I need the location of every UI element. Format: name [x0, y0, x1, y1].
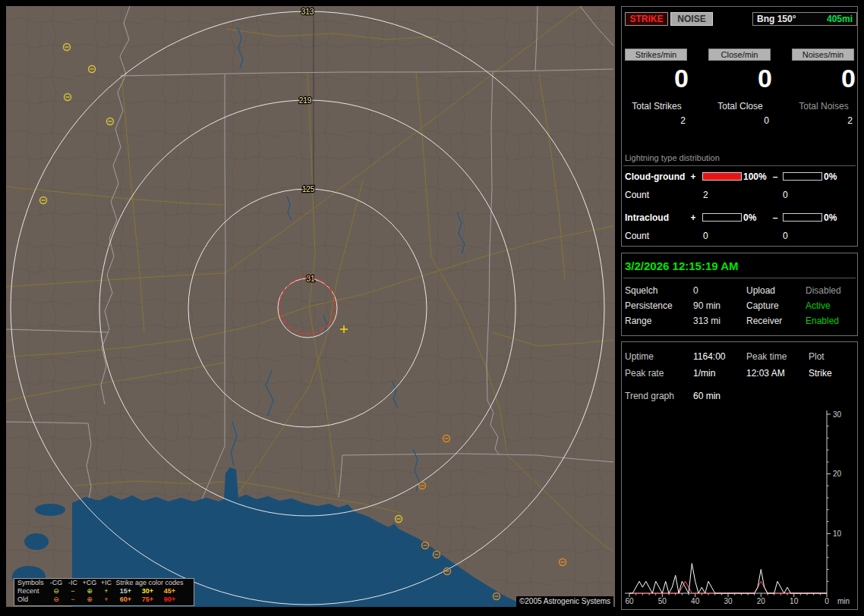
strikes-per-min-value: 0	[625, 63, 689, 93]
settings-row: Range 313 mi Receiver Enabled	[622, 316, 857, 326]
intracloud-count-row: Count 0 0	[622, 231, 857, 241]
bearing-range-value: 405mi	[827, 14, 853, 24]
svg-text:10: 10	[790, 597, 799, 605]
pos-ic-old-icon: +	[98, 596, 115, 604]
noises-per-min-button[interactable]: Noises/min	[792, 49, 854, 61]
intracloud-row: Intracloud + 0% – 0%	[622, 212, 857, 223]
cg-positive-pct: 100%	[743, 171, 767, 182]
ic-negative-pct: 0%	[824, 212, 837, 223]
cloud-ground-label: Cloud-ground	[625, 171, 685, 182]
age-code-15: 15+	[115, 587, 137, 596]
legend-age-header: Strike age color codes	[115, 579, 184, 587]
capture-label: Capture	[746, 300, 779, 311]
plus-sign: +	[689, 171, 698, 182]
bearing-range-display: Bng 150° 405mi	[752, 12, 857, 26]
total-close-value: 0	[708, 115, 769, 126]
legend-col-neg-cg: -CG	[48, 579, 65, 587]
count-label: Count	[625, 231, 649, 241]
range-label: Range	[625, 316, 651, 326]
total-noises-value: 2	[792, 115, 853, 126]
legend-old-row: Old⊖−⊕+60+75+90+	[14, 596, 194, 604]
copyright-text: ©2005 Astrogenic Systems	[516, 596, 613, 607]
peak-rate-label: Peak rate	[625, 368, 664, 379]
distribution-title: Lightning type distribution	[625, 153, 720, 162]
pos-ic-recent-icon: +	[98, 587, 115, 596]
map-canvas: 313 219 125 31	[6, 6, 615, 607]
svg-text:30: 30	[833, 410, 842, 419]
range-value: 313 mi	[693, 316, 721, 326]
close-per-min-button[interactable]: Close/min	[708, 49, 771, 61]
minus-sign: –	[771, 212, 780, 223]
squelch-label: Squelch	[625, 285, 657, 296]
plot-label: Plot	[809, 351, 825, 362]
ring-label-125: 125	[302, 185, 315, 193]
trend-graph-window: 60 min	[693, 391, 721, 401]
legend-old-label: Old	[14, 596, 48, 604]
strike-mode-button[interactable]: STRIKE	[625, 12, 668, 26]
noise-mode-button[interactable]: NOISE	[670, 12, 713, 26]
strikes-per-min-button[interactable]: Strikes/min	[625, 49, 687, 61]
svg-text:60: 60	[625, 597, 634, 605]
neg-cg-old-icon: ⊖	[48, 596, 65, 604]
ic-negative-count: 0	[783, 231, 788, 241]
persistence-value: 90 min	[693, 300, 721, 311]
divider	[623, 278, 856, 278]
nexstorm-app: 313 219 125 31 Symbols-CG-IC+CG+ICStrike…	[0, 0, 864, 616]
pos-cg-recent-icon: ⊕	[81, 587, 98, 596]
legend-col-pos-ic: +IC	[98, 579, 115, 587]
uptime-label: Uptime	[625, 351, 654, 362]
capture-status: Active	[806, 300, 831, 311]
map-legend: Symbols-CG-IC+CG+ICStrike age color code…	[14, 578, 194, 606]
lightning-map[interactable]: 313 219 125 31 Symbols-CG-IC+CG+ICStrike…	[6, 6, 615, 607]
cloud-ground-row: Cloud-ground + 100% – 0%	[622, 171, 857, 182]
svg-text:0: 0	[825, 597, 829, 605]
cloud-ground-count-row: Count 2 0	[622, 190, 857, 200]
uptime-value: 1164:00	[693, 351, 726, 362]
svg-text:40: 40	[691, 597, 700, 605]
peak-time-label: Peak time	[746, 351, 787, 362]
neg-cg-recent-icon: ⊖	[48, 587, 65, 596]
cg-positive-count: 2	[703, 190, 708, 200]
svg-text:min: min	[837, 597, 850, 605]
neg-ic-old-icon: −	[65, 596, 81, 604]
legend-recent-label: Recent	[14, 587, 48, 596]
svg-text:10: 10	[833, 530, 842, 538]
svg-text:50: 50	[658, 597, 667, 605]
lake	[24, 533, 49, 550]
total-strikes-value: 2	[625, 115, 686, 126]
trend-graph-chart: 3020106050403020100min	[623, 407, 857, 609]
legend-col-neg-ic: -IC	[65, 579, 81, 587]
cg-positive-bar	[702, 172, 742, 181]
settings-row: Squelch 0 Upload Disabled	[622, 285, 857, 296]
close-per-min-value: 0	[708, 63, 772, 93]
legend-recent-row: Recent⊖−⊕+15+30+45+	[14, 587, 194, 596]
plot-value: Strike	[809, 368, 832, 379]
age-code-90: 90+	[159, 596, 181, 604]
ring-label-219: 219	[299, 96, 312, 105]
minus-sign: –	[771, 171, 780, 182]
squelch-value: 0	[693, 285, 698, 296]
legend-symbols-header: Symbols	[14, 579, 48, 587]
ic-negative-bar	[783, 213, 822, 222]
pos-cg-old-icon: ⊕	[81, 596, 98, 604]
cg-negative-count: 0	[783, 190, 788, 200]
ring-label-313: 313	[301, 8, 314, 16]
neg-ic-recent-icon: −	[65, 587, 81, 596]
total-noises-label: Total Noises	[792, 101, 856, 112]
noises-per-min-value: 0	[792, 63, 856, 93]
ic-positive-bar	[702, 213, 742, 222]
plus-sign: +	[689, 212, 698, 223]
strike-stats-panel: STRIKE NOISE Bng 150° 405mi Strikes/min …	[621, 6, 858, 247]
svg-text:20: 20	[757, 597, 766, 605]
peak-rate-value: 1/min	[693, 368, 715, 379]
ic-positive-pct: 0%	[743, 212, 756, 223]
legend-header-row: Symbols-CG-IC+CG+ICStrike age color code…	[14, 579, 194, 587]
cg-negative-bar	[783, 172, 822, 181]
lake	[35, 504, 65, 516]
upload-label: Upload	[746, 285, 775, 296]
status-panel: 3/2/2026 12:15:19 AM Squelch 0 Upload Di…	[621, 253, 858, 336]
legend-col-pos-cg: +CG	[81, 579, 98, 587]
receiver-status: Enabled	[806, 316, 839, 326]
age-code-60: 60+	[115, 596, 137, 604]
cg-negative-pct: 0%	[824, 171, 837, 182]
